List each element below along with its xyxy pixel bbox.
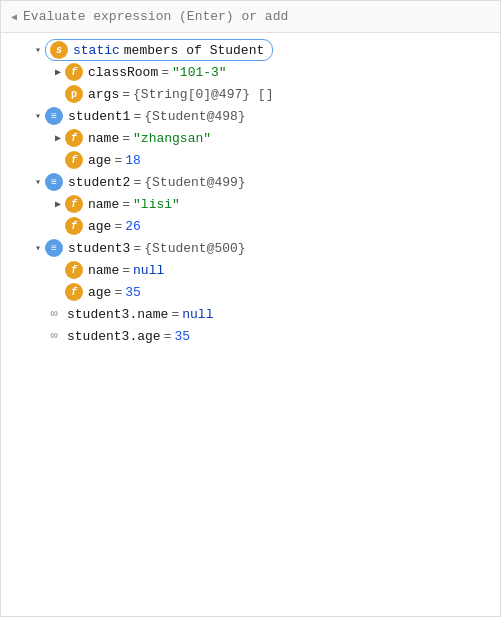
collapse-toggle[interactable]: ▾ (31, 110, 45, 122)
debugger-panel: ◀ ▾sstaticmembers of Student▶fclassRoom … (0, 0, 501, 617)
tree-badge: ≡ (45, 173, 63, 191)
equals-sign: = (114, 219, 122, 234)
tree-value: "lisi" (133, 197, 180, 212)
tree-value: 35 (125, 285, 141, 300)
equals-sign: = (171, 307, 179, 322)
static-label: members of Student (124, 43, 264, 58)
expand-toggle[interactable]: ▶ (51, 66, 65, 78)
tree-row[interactable]: ▾≡student3 = {Student@500} (1, 237, 500, 259)
tree-row[interactable]: fage = 35 (1, 281, 500, 303)
watch-value: 35 (174, 329, 190, 344)
tree-badge: f (65, 195, 83, 213)
tree-value: {Student@499} (144, 175, 245, 190)
tree-badge: ≡ (45, 107, 63, 125)
tree-badge: f (65, 151, 83, 169)
tree-key: args (88, 87, 119, 102)
tree-key: student3 (68, 241, 130, 256)
tree-row[interactable]: ▶fclassRoom = "101-3" (1, 61, 500, 83)
equals-sign: = (133, 241, 141, 256)
collapse-toggle[interactable]: ▾ (31, 242, 45, 254)
watch-icon: ∞ (45, 329, 63, 343)
static-outline: sstaticmembers of Student (45, 39, 273, 61)
collapse-icon[interactable]: ◀ (11, 11, 17, 23)
tree-key: classRoom (88, 65, 158, 80)
tree-row[interactable]: fname = null (1, 259, 500, 281)
watch-value: null (182, 307, 213, 322)
header-bar: ◀ (1, 1, 500, 33)
equals-sign: = (133, 175, 141, 190)
tree-key: student2 (68, 175, 130, 190)
tree-badge: ≡ (45, 239, 63, 257)
equals-sign: = (133, 109, 141, 124)
tree-key: age (88, 153, 111, 168)
equals-sign: = (122, 197, 130, 212)
tree-row[interactable]: ▶fname = "zhangsan" (1, 127, 500, 149)
tree-key: name (88, 197, 119, 212)
tree-key: student1 (68, 109, 130, 124)
equals-sign: = (122, 131, 130, 146)
tree-row[interactable]: pargs = {String[0]@497} [] (1, 83, 500, 105)
watch-icon: ∞ (45, 307, 63, 321)
collapse-toggle[interactable]: ▾ (31, 176, 45, 188)
tree-row[interactable]: ∞student3.name = null (1, 303, 500, 325)
static-keyword: static (73, 43, 120, 58)
tree-row[interactable]: ▶fname = "lisi" (1, 193, 500, 215)
expand-toggle[interactable]: ▶ (51, 132, 65, 144)
tree-value: "zhangsan" (133, 131, 211, 146)
badge-s: s (50, 41, 68, 59)
expand-toggle[interactable]: ▶ (51, 198, 65, 210)
tree-badge: f (65, 217, 83, 235)
tree-row[interactable]: fage = 18 (1, 149, 500, 171)
tree-value: 26 (125, 219, 141, 234)
watch-key: student3.name (67, 307, 168, 322)
tree-key: age (88, 219, 111, 234)
equals-sign: = (161, 65, 169, 80)
tree-value: {Student@500} (144, 241, 245, 256)
watch-key: student3.age (67, 329, 161, 344)
tree-key: name (88, 263, 119, 278)
collapse-toggle[interactable]: ▾ (31, 44, 45, 56)
tree-value: {String[0]@497} [] (133, 87, 273, 102)
tree-row[interactable]: ▾sstaticmembers of Student (1, 39, 500, 61)
tree-row[interactable]: ∞student3.age = 35 (1, 325, 500, 347)
equals-sign: = (122, 87, 130, 102)
equals-sign: = (122, 263, 130, 278)
evaluate-input[interactable] (23, 9, 490, 24)
tree-badge: f (65, 129, 83, 147)
tree-badge: f (65, 283, 83, 301)
equals-sign: = (114, 285, 122, 300)
tree-badge: f (65, 261, 83, 279)
equals-sign: = (114, 153, 122, 168)
equals-sign: = (164, 329, 172, 344)
tree-value: null (133, 263, 164, 278)
tree-value: {Student@498} (144, 109, 245, 124)
tree-value: "101-3" (172, 65, 227, 80)
tree-row[interactable]: ▾≡student1 = {Student@498} (1, 105, 500, 127)
tree-row[interactable]: fage = 26 (1, 215, 500, 237)
tree-value: 18 (125, 153, 141, 168)
tree-badge: f (65, 63, 83, 81)
tree-badge: p (65, 85, 83, 103)
tree-key: age (88, 285, 111, 300)
tree-key: name (88, 131, 119, 146)
tree-area: ▾sstaticmembers of Student▶fclassRoom = … (1, 33, 500, 616)
tree-row[interactable]: ▾≡student2 = {Student@499} (1, 171, 500, 193)
